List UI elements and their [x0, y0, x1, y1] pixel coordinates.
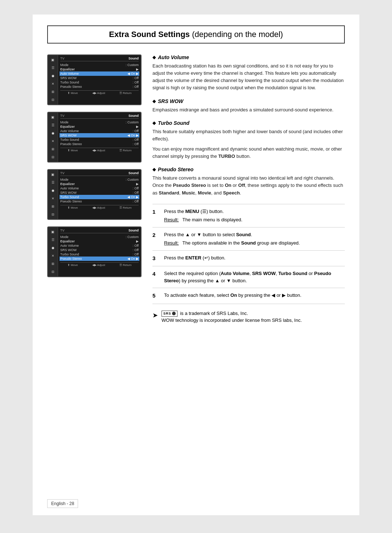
step-text-1: Press the MENU (☰) button.	[164, 208, 345, 215]
menu-row-0-1: Equalizer▶	[60, 67, 139, 71]
section-body-turbo-sound-2: You can enjoy more magnificent and dynam…	[152, 145, 345, 160]
step-result-1: Result: The main menu is displayed.	[164, 216, 345, 224]
menu-row-0-3: SRS WOW: Off	[60, 76, 139, 80]
menu-row-2-5: Pseudo Stereo: Off	[60, 199, 139, 204]
bottom-bar-item: ☰ Return	[119, 91, 131, 95]
menu-row-1-3: SRS WOW◀ On ▶	[60, 133, 139, 138]
bottom-bar-1: ⬆ Move◀▶ Adjust☰ Return	[60, 148, 139, 152]
sidebar-icon-0: ▣	[50, 57, 56, 62]
sidebar-icon-3: ✕	[50, 196, 56, 201]
menu-row-0-2: Auto Volume◀ On ▶	[60, 71, 139, 76]
menu-row-1-4: Turbo Sound: Off	[60, 138, 139, 142]
section-header-pseudo-stereo: ◆ Pseudo Stereo	[152, 167, 345, 172]
row-label-0-1: Equalizer	[60, 67, 75, 71]
row-value-3-3: : Off	[132, 248, 139, 252]
menu-row-2-3: SRS WOW: Off	[60, 190, 139, 195]
menu-row-2-2: Auto Volume: Off	[60, 186, 139, 190]
sound-label: Sound	[128, 229, 139, 232]
step-result-2: Result: The options available in the Sou…	[164, 239, 345, 247]
sidebar-icon-1: ☰	[50, 123, 56, 128]
row-label-2-1: Equalizer	[60, 182, 75, 186]
note-text-1: is a trademark of SRS Labs, Inc.	[180, 311, 248, 316]
row-value-2-0: : Custom	[126, 178, 139, 181]
menu-row-3-3: SRS WOW: Off	[60, 248, 139, 252]
section-body-auto-volume: Each broadcasting station has its own si…	[152, 62, 345, 92]
sound-label: Sound	[128, 171, 139, 175]
menu-row-0-0: Mode: Custom	[60, 63, 139, 67]
result-text-2: The options available in the Sound group…	[182, 239, 300, 247]
menu-row-2-4: Turbo Sound◀ On ▶	[60, 195, 139, 199]
sound-label: Sound	[128, 114, 139, 118]
row-label-2-3: SRS WOW	[60, 191, 77, 194]
page-footer: English - 28	[47, 499, 78, 508]
bottom-bar-3: ⬆ Move◀▶ Adjust☰ Return	[60, 262, 139, 267]
row-value-3-1: ▶	[136, 239, 139, 243]
tv-label: TV	[60, 114, 65, 118]
tv-screen-1: ▣☰◉✕⊞⊟TVSoundMode: CustomEqualizer▶Auto …	[47, 54, 142, 105]
title-bold: Extra Sound Settings	[109, 30, 189, 39]
sidebar-icon-2: ◉	[50, 131, 56, 136]
sidebar-icon-0: ▣	[50, 115, 56, 120]
row-label-1-4: Turbo Sound	[60, 138, 79, 142]
result-text-1: The main menu is displayed.	[182, 216, 242, 224]
sidebar-icon-5: ⊟	[50, 97, 56, 102]
result-label-2: Result:	[164, 239, 179, 247]
menu-row-2-1: Equalizer▶	[60, 182, 139, 186]
step-num-1: 1	[152, 208, 160, 224]
row-value-1-0: : Custom	[126, 120, 139, 124]
row-value-1-5: : Off	[132, 142, 139, 146]
step-num-3: 3	[152, 254, 160, 263]
row-label-1-5: Pseudo Stereo	[60, 142, 82, 146]
note-line-2: WOW technology is incorporated under lic…	[162, 317, 345, 324]
row-value-0-3: : Off	[132, 76, 139, 80]
row-label-0-0: Mode	[60, 63, 69, 67]
menu-row-1-1: Equalizer▶	[60, 124, 139, 129]
menu-row-1-0: Mode: Custom	[60, 120, 139, 124]
sidebar-icon-4: ⊞	[50, 147, 56, 152]
menu-row-3-4: Turbo Sound: Off	[60, 252, 139, 257]
section-header-auto-volume: ◆ Auto Volume	[152, 54, 345, 60]
sidebar-icon-5: ⊟	[50, 212, 56, 217]
sidebar-icon-2: ◉	[50, 73, 56, 78]
row-label-1-2: Auto Volume	[60, 129, 79, 133]
row-label-2-0: Mode	[60, 178, 69, 181]
step-row-4: 4 Select the required option (Auto Volum…	[152, 266, 345, 288]
bottom-bar-item: ⬆ Move	[68, 91, 78, 95]
row-value-2-4: ◀ On ▶	[127, 195, 139, 199]
bottom-bar-item: ◀▶ Adjust	[92, 206, 105, 209]
tv-screen-3: ▣☰◉✕⊞⊟TVSoundMode: CustomEqualizer▶Auto …	[47, 169, 142, 220]
sidebar-icon-2: ◉	[50, 245, 56, 250]
sidebar-icon-3: ✕	[50, 253, 56, 258]
row-value-1-4: : Off	[132, 138, 139, 142]
sidebar-icon-4: ⊞	[50, 204, 56, 209]
row-label-2-5: Pseudo Stereo	[60, 200, 82, 203]
row-value-0-1: ▶	[136, 67, 139, 71]
step-num-4: 4	[152, 270, 160, 284]
step-content-5: To activate each feature, select On by p…	[164, 292, 345, 300]
step-row-2: 2 Press the ▲ or ▼ button to select Soun…	[152, 227, 345, 251]
bottom-bar-item: ☰ Return	[119, 149, 131, 152]
bottom-bar-item: ◀▶ Adjust	[92, 149, 105, 152]
right-column: ◆ Auto Volume Each broadcasting station …	[152, 54, 345, 324]
left-column: ▣☰◉✕⊞⊟TVSoundMode: CustomEqualizer▶Auto …	[47, 54, 142, 324]
sidebar-icon-2: ◉	[50, 188, 56, 193]
step-row-3: 3 Press the ENTER (↵) button.	[152, 251, 345, 267]
row-label-3-3: SRS WOW	[60, 248, 77, 252]
step-text-2: Press the ▲ or ▼ button to select Sound.	[164, 231, 345, 238]
srs-circle	[172, 312, 176, 315]
sidebar-icon-4: ⊞	[50, 89, 56, 94]
row-value-0-2: ◀ On ▶	[127, 72, 139, 75]
bottom-bar-0: ⬆ Move◀▶ Adjust☰ Return	[60, 90, 139, 95]
menu-row-3-2: Auto Volume: Off	[60, 243, 139, 248]
sidebar-icon-4: ⊞	[50, 261, 56, 266]
bottom-bar-item: ☰ Return	[119, 206, 131, 209]
result-label-1: Result:	[164, 216, 179, 224]
steps-section: 1 Press the MENU (☰) button. Result: The…	[152, 204, 345, 304]
sound-label: Sound	[128, 57, 139, 60]
row-value-0-5: : Off	[132, 85, 139, 89]
row-value-2-3: : Off	[132, 191, 139, 194]
row-label-2-4: Turbo Sound	[60, 195, 79, 199]
row-label-3-0: Mode	[60, 235, 69, 239]
sidebar-icon-3: ✕	[50, 81, 56, 86]
row-label-3-2: Auto Volume	[60, 244, 79, 247]
